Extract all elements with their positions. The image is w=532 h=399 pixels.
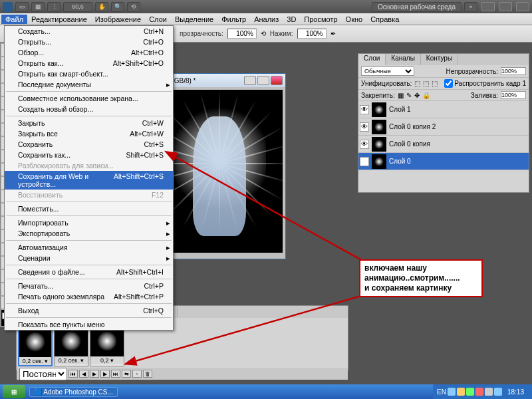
tray-icon[interactable] bbox=[475, 388, 483, 396]
layer-item[interactable]: 👁Слой 0 копия bbox=[358, 136, 529, 153]
tray-icon[interactable] bbox=[485, 388, 493, 396]
file-menu-item[interactable]: Печать одного экземпляраAlt+Shift+Ctrl+P bbox=[5, 291, 173, 302]
file-menu-item[interactable]: Обзор...Alt+Ctrl+O bbox=[5, 47, 173, 58]
visibility-icon[interactable]: 👁 bbox=[360, 122, 369, 132]
flow-field[interactable]: 100% bbox=[297, 29, 327, 39]
app-titlebar: ▭ ▦ ⋮ 60,6 ✋ 🔍 ⟲ Основная рабочая среда … bbox=[0, 0, 532, 13]
workspace-more[interactable]: » bbox=[464, 2, 477, 12]
clock: 18:13 bbox=[503, 388, 528, 396]
file-menu-item[interactable]: Последние документы▸ bbox=[5, 79, 173, 90]
rotate-btn[interactable]: ⟲ bbox=[127, 2, 140, 12]
fill-field[interactable] bbox=[501, 91, 526, 99]
file-menu-item[interactable]: Создать...Ctrl+N bbox=[5, 26, 173, 37]
file-menu-item[interactable]: Печатать...Ctrl+P bbox=[5, 281, 173, 291]
doc-max-btn[interactable] bbox=[257, 76, 269, 85]
start-button[interactable]: ⊞ bbox=[3, 385, 25, 398]
menu-слои[interactable]: Слои bbox=[145, 15, 171, 24]
menu-анализ[interactable]: Анализ bbox=[250, 15, 283, 24]
file-menu-item[interactable]: Сохранить как...Shift+Ctrl+S bbox=[5, 150, 173, 160]
file-menu-item[interactable]: Открыть как смарт-объект... bbox=[5, 68, 173, 79]
maximize-btn[interactable] bbox=[499, 2, 512, 11]
visibility-icon[interactable]: 👁 bbox=[360, 105, 369, 114]
flow-label: Нажим: bbox=[270, 30, 293, 37]
arrange-btn[interactable]: ▭ bbox=[15, 2, 29, 12]
zoom-field[interactable]: 60,6 bbox=[63, 2, 92, 12]
doc-min-btn[interactable] bbox=[244, 76, 256, 85]
lock-pos-icon[interactable]: ✥ bbox=[414, 92, 420, 99]
file-menu-item[interactable]: Поместить... bbox=[5, 203, 173, 214]
lock-all-icon[interactable]: 🔒 bbox=[422, 92, 430, 99]
unify-vis-icon[interactable]: ⬚ bbox=[423, 80, 429, 87]
file-menu-item[interactable]: Открыть...Ctrl+O bbox=[5, 37, 173, 47]
tween-btn[interactable]: ⇆ bbox=[122, 370, 131, 378]
taskbar-item-ps[interactable]: 🟦 Adobe Photoshop CS... bbox=[29, 387, 118, 397]
file-menu-item[interactable]: Автоматизация▸ bbox=[5, 242, 173, 253]
file-menu-item[interactable]: Показать все пункты меню bbox=[5, 319, 173, 330]
unify-style-icon[interactable]: ⬚ bbox=[432, 80, 438, 87]
menu-файл[interactable]: Файл bbox=[1, 15, 27, 24]
layer-opacity-field[interactable] bbox=[501, 67, 526, 75]
file-menu-item[interactable]: Экспортировать▸ bbox=[5, 228, 173, 239]
new-frame-btn[interactable]: ▫ bbox=[132, 370, 142, 378]
loop-select[interactable]: Постоянно bbox=[19, 368, 67, 380]
hand-btn[interactable]: ✋ bbox=[95, 2, 108, 12]
lock-paint-icon[interactable]: ✎ bbox=[406, 92, 412, 99]
file-menu-item[interactable]: Открыть как...Alt+Shift+Ctrl+O bbox=[5, 58, 173, 68]
file-menu-item[interactable]: ВыходCtrl+Q bbox=[5, 305, 173, 316]
tray-icon[interactable] bbox=[466, 388, 474, 396]
close-btn[interactable] bbox=[516, 2, 529, 11]
extras-btn[interactable]: ⋮ bbox=[47, 2, 61, 12]
visibility-icon[interactable]: 👁 bbox=[360, 157, 369, 166]
file-menu-item[interactable]: СохранитьCtrl+S bbox=[5, 139, 173, 150]
menu-изображение[interactable]: Изображение bbox=[91, 15, 145, 24]
file-menu-item[interactable]: Импортировать▸ bbox=[5, 217, 173, 228]
file-menu-item[interactable]: Закрыть всеAlt+Ctrl+W bbox=[5, 128, 173, 139]
file-menu-item[interactable]: Сведения о файле...Alt+Shift+Ctrl+I bbox=[5, 267, 173, 277]
file-menu-item[interactable]: Сценарии▸ bbox=[5, 253, 173, 263]
file-menu-item[interactable]: Сохранить для Web и устройств...Alt+Shif… bbox=[5, 171, 173, 190]
blend-mode-select[interactable]: Обычные bbox=[361, 66, 414, 76]
menu-3d[interactable]: 3D bbox=[283, 15, 300, 24]
layers-panel: Слои Каналы Контуры Обычные Непрозрачнос… bbox=[358, 53, 529, 193]
airbrush-icon[interactable]: ✒ bbox=[331, 30, 336, 37]
last-frame-btn[interactable]: ⏭ bbox=[111, 370, 120, 378]
tray-icon[interactable] bbox=[448, 388, 456, 396]
lock-trans-icon[interactable]: ▦ bbox=[398, 92, 404, 99]
link-icon[interactable]: ⟲ bbox=[261, 30, 266, 37]
menu-окно[interactable]: Окно bbox=[342, 15, 367, 24]
layer-item[interactable]: 👁Слой 1 bbox=[358, 101, 529, 118]
canvas[interactable] bbox=[156, 90, 283, 253]
visibility-icon[interactable]: 👁 bbox=[360, 140, 369, 149]
delete-frame-btn[interactable]: 🗑 bbox=[143, 370, 152, 378]
prev-frame-btn[interactable]: ◀ bbox=[79, 370, 88, 378]
tray-icon[interactable] bbox=[494, 388, 502, 396]
opacity-field[interactable]: 100% bbox=[227, 29, 257, 39]
minimize-btn[interactable] bbox=[481, 2, 495, 11]
file-menu-item[interactable]: Совместное использование экрана... bbox=[5, 93, 173, 104]
menu-фильтр[interactable]: Фильтр bbox=[217, 15, 250, 24]
lock-label: Закрепить: bbox=[361, 92, 395, 99]
menu-просмотр[interactable]: Просмотр bbox=[300, 15, 341, 24]
propagate-check[interactable] bbox=[444, 79, 453, 88]
doc-close-btn[interactable] bbox=[271, 76, 283, 85]
next-frame-btn[interactable]: ▶ bbox=[100, 370, 110, 378]
menu-редактирование[interactable]: Редактирование bbox=[27, 15, 91, 24]
tray-icon[interactable] bbox=[457, 388, 465, 396]
paths-tab[interactable]: Контуры bbox=[421, 54, 458, 65]
layer-item[interactable]: 👁Слой 0 копия 2 bbox=[358, 118, 529, 136]
zoom-btn[interactable]: 🔍 bbox=[111, 2, 124, 12]
screenmode-btn[interactable]: ▦ bbox=[31, 2, 45, 12]
file-menu-item[interactable]: ЗакрытьCtrl+W bbox=[5, 118, 173, 128]
menu-выделение[interactable]: Выделение bbox=[171, 15, 217, 24]
play-btn[interactable]: ▶ bbox=[90, 370, 99, 378]
file-menu-item[interactable]: Создать новый обзор... bbox=[5, 104, 173, 114]
layer-item[interactable]: 👁Слой 0 bbox=[358, 153, 529, 170]
unify-pos-icon[interactable]: ⬚ bbox=[414, 80, 420, 87]
channels-tab[interactable]: Каналы bbox=[386, 54, 421, 65]
workspace-selector[interactable]: Основная рабочая среда bbox=[372, 2, 462, 12]
first-frame-btn[interactable]: ⏮ bbox=[68, 370, 78, 378]
lang-indicator[interactable]: EN bbox=[437, 388, 446, 396]
layers-tab[interactable]: Слои bbox=[358, 54, 386, 65]
layer-name: Слой 0 копия bbox=[389, 140, 430, 148]
menu-справка[interactable]: Справка bbox=[366, 15, 403, 24]
